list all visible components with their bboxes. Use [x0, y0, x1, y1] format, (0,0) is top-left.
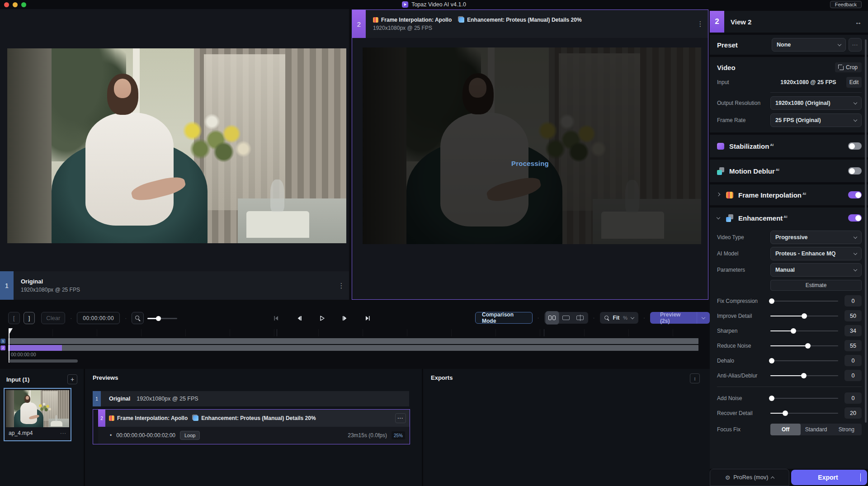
focus-fix-segmented: Off Standard Strong	[770, 424, 862, 435]
focus-fix-standard-option[interactable]: Standard	[801, 424, 831, 435]
recover-detail-label: Recover Detail	[717, 410, 770, 416]
timeline-track-1[interactable]	[8, 338, 698, 344]
dehalo-slider[interactable]	[770, 356, 838, 365]
frame-interpolation-section[interactable]: Frame InterpolationAI	[710, 184, 868, 205]
anti-alias-deblur-label: Anti-Alias/Deblur	[717, 373, 770, 379]
split-view-icon	[576, 316, 584, 320]
input-thumbnail-card[interactable]: ap_4.mp4 ···	[4, 388, 71, 441]
enhancement-icon	[193, 415, 198, 421]
timeline-scrollbar[interactable]	[9, 359, 78, 363]
timeline-zoom-slider[interactable]	[147, 312, 177, 324]
collapse-section-icon[interactable]	[717, 217, 724, 219]
enhancement-toggle[interactable]	[848, 214, 862, 222]
frame-rate-select[interactable]: 25 FPS (Original)	[770, 113, 862, 127]
input-menu-icon[interactable]: ···	[60, 430, 66, 436]
feedback-button[interactable]: Feedback	[830, 1, 862, 8]
crop-button[interactable]: Crop	[835, 62, 862, 72]
output-resolution-select[interactable]: 1920x1080 (Original)	[770, 96, 862, 110]
separator-dot	[592, 315, 596, 321]
view-header: 2 View 2 ↔	[710, 11, 868, 33]
split-view-button[interactable]	[573, 313, 587, 323]
clear-trim-button[interactable]: Clear	[41, 312, 65, 324]
recover-detail-value[interactable]: 20	[844, 407, 862, 419]
step-back-button[interactable]	[293, 312, 305, 324]
improve-detail-value[interactable]: 50	[844, 310, 862, 321]
view1-menu-icon[interactable]: ⋮	[334, 271, 349, 300]
video-preview-original[interactable]	[7, 48, 346, 243]
export-options-button[interactable]	[854, 473, 867, 481]
preview-row-original[interactable]: 1 Original 1920x1080px @ 25 FPS	[93, 391, 409, 406]
focus-fix-off-option[interactable]: Off	[770, 424, 801, 435]
improve-detail-slider[interactable]	[770, 311, 838, 321]
add-input-button[interactable]: +	[67, 374, 77, 384]
add-noise-slider[interactable]	[770, 394, 838, 403]
parameters-select[interactable]: Manual	[770, 263, 862, 277]
zoom-window-button[interactable]	[21, 2, 26, 7]
preview2-menu-button[interactable]: ···	[395, 413, 406, 423]
preview-button[interactable]: Preview (2s)	[650, 312, 710, 324]
expand-panel-icon[interactable]: ↔	[855, 18, 862, 26]
view2-badge[interactable]: 2	[352, 10, 366, 38]
focus-fix-strong-option[interactable]: Strong	[831, 424, 862, 435]
enhancement-header[interactable]: EnhancementAI	[710, 208, 868, 228]
video-type-select[interactable]: Progressive	[770, 231, 862, 244]
play-button[interactable]	[316, 312, 328, 324]
fix-compression-slider[interactable]	[770, 297, 838, 306]
previews-panel: Previews 1 Original 1920x1080px @ 25 FPS…	[86, 369, 423, 486]
dehalo-value[interactable]: 0	[844, 355, 862, 366]
preview1-title: Original	[109, 396, 130, 402]
loop-button[interactable]: Loop	[180, 431, 200, 440]
add-noise-value[interactable]: 0	[844, 392, 862, 404]
timeline-track-2[interactable]	[8, 345, 698, 351]
preset-more-button[interactable]: ···	[849, 38, 862, 52]
close-window-button[interactable]	[4, 2, 9, 7]
ai-model-select[interactable]: Proteus - Enhance MQ	[770, 247, 862, 260]
estimate-button[interactable]: Estimate	[770, 280, 862, 291]
skip-to-start-button[interactable]	[270, 312, 282, 324]
motion-deblur-section[interactable]: Motion DeblurAI	[710, 160, 868, 182]
track2-badge: 2	[0, 345, 5, 350]
expand-section-icon[interactable]	[717, 194, 724, 196]
anti-alias-deblur-slider[interactable]	[770, 371, 838, 380]
minimize-window-button[interactable]	[13, 2, 18, 7]
edit-input-button[interactable]: Edit	[846, 77, 862, 88]
comparison-mode-button[interactable]: Comparison Mode	[475, 312, 533, 324]
preset-select[interactable]: None	[772, 38, 846, 52]
sharpen-slider[interactable]	[770, 326, 838, 335]
exports-sort-button[interactable]: ↕	[690, 373, 700, 383]
single-view-button[interactable]	[559, 313, 573, 323]
stabilization-section[interactable]: StabilizationAI	[710, 135, 868, 157]
side-by-side-view-button[interactable]	[545, 311, 559, 325]
reduce-noise-value[interactable]: 55	[844, 340, 862, 351]
view2-menu-icon[interactable]: ⋮	[693, 10, 708, 38]
playhead[interactable]	[9, 328, 9, 363]
anti-alias-deblur-value[interactable]: 0	[844, 370, 862, 381]
sidebar-scrollbar[interactable]	[865, 39, 867, 423]
output-format-button[interactable]: ⚙ ProRes (mov)	[710, 469, 789, 486]
stabilization-toggle[interactable]	[848, 142, 862, 150]
view2-header-badge[interactable]: 2	[710, 11, 724, 33]
timeline[interactable]: 1 2 00:00:00:00	[0, 327, 710, 368]
recover-detail-slider[interactable]	[770, 409, 838, 418]
fix-compression-value[interactable]: 0	[844, 295, 862, 307]
frame-interpolation-toggle[interactable]	[848, 191, 862, 198]
preview-options-button[interactable]	[697, 317, 710, 319]
export-button[interactable]: Export	[791, 470, 867, 485]
video-preview-processed[interactable]	[363, 47, 701, 244]
trim-in-button[interactable]: [	[8, 312, 20, 324]
preview-row-processed[interactable]: 2 Frame Interpolation: Apollo Enhancemen…	[93, 409, 410, 444]
reduce-noise-slider[interactable]	[770, 341, 838, 350]
sharpen-value[interactable]: 34	[844, 325, 862, 336]
timeline-zoom-button[interactable]	[132, 312, 144, 324]
timecode-field[interactable]: 00:00:00:00	[77, 312, 120, 324]
view1-badge[interactable]: 1	[0, 271, 14, 300]
motion-deblur-toggle[interactable]	[848, 167, 862, 175]
step-forward-button[interactable]	[339, 312, 351, 324]
video-frame	[7, 48, 346, 243]
trim-out-button[interactable]: ]	[24, 312, 35, 324]
divider	[717, 387, 862, 387]
timeline-ruler[interactable]	[8, 329, 698, 336]
app-title: Topaz Video AI v4.1.0	[411, 1, 466, 8]
zoom-fit-control[interactable]: Fit %	[600, 312, 638, 324]
skip-to-end-button[interactable]	[362, 312, 373, 324]
